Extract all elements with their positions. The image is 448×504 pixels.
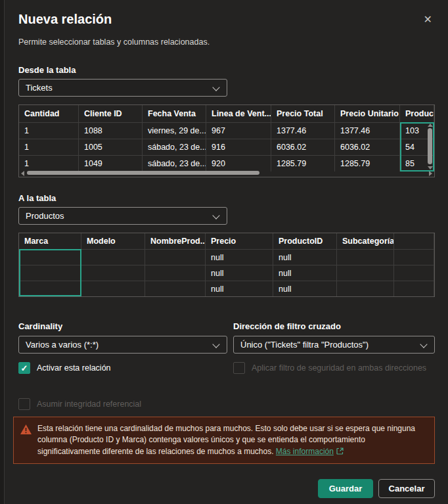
from-table-label: Desde la tabla: [18, 65, 76, 75]
close-icon[interactable]: ✕: [424, 14, 432, 25]
table-cell[interactable]: [337, 249, 394, 265]
table-cell[interactable]: [394, 265, 434, 281]
cardinality-dropdown-value: Varios a varios (*:*): [26, 340, 99, 350]
table-cell[interactable]: sábado, 23 de...: [143, 139, 206, 155]
table-cell[interactable]: 1377.46: [271, 122, 335, 139]
to-table-preview-grid[interactable]: MarcaModeloNombreProd...PrecioProductoID…: [18, 233, 435, 297]
cardinality-dropdown[interactable]: Varios a varios (*:*): [18, 336, 227, 354]
cancel-button[interactable]: Cancelar: [378, 479, 435, 498]
cross-filter-dropdown-value: Único ("Tickets" filtra "Productos"): [240, 340, 369, 350]
table-row: 11005sábado, 23 de...9166036.026036.0254: [19, 139, 434, 155]
table-cell[interactable]: null: [273, 249, 337, 265]
table-cell[interactable]: [394, 249, 434, 265]
scroll-left-icon[interactable]: [21, 171, 24, 176]
table-cell[interactable]: [145, 265, 206, 281]
column-header[interactable]: Precio: [206, 233, 273, 249]
chevron-down-icon: [212, 212, 219, 219]
scroll-right-icon[interactable]: [429, 171, 432, 176]
many-to-many-warning-banner: Esta relación tiene una cardinalidad de …: [13, 417, 435, 464]
activate-relationship-label: Activar esta relación: [37, 362, 111, 375]
dialog-title: Nueva relación: [18, 12, 112, 27]
to-table-label: A la tabla: [18, 193, 56, 203]
table-cell[interactable]: [81, 281, 145, 296]
column-header[interactable]: Modelo: [81, 233, 145, 249]
table-cell[interactable]: null: [206, 249, 273, 265]
save-button[interactable]: Guardar: [318, 479, 373, 498]
external-link-icon[interactable]: [336, 447, 344, 455]
column-header[interactable]: Fecha Venta: [143, 105, 206, 122]
cancel-button-label: Cancelar: [389, 484, 425, 493]
column-header[interactable]: [394, 233, 434, 249]
table-cell[interactable]: [337, 265, 394, 281]
checkbox-unchecked-icon: [18, 398, 30, 410]
table-cell[interactable]: null: [273, 265, 337, 281]
to-table-dropdown[interactable]: Productos: [18, 207, 227, 225]
column-header[interactable]: Cliente ID: [79, 105, 143, 122]
cross-filter-dropdown[interactable]: Único ("Tickets" filtra "Productos"): [233, 336, 435, 354]
table-row: nullnull: [19, 281, 434, 296]
column-header[interactable]: Marca: [19, 233, 81, 249]
vertical-scrollbar[interactable]: [426, 122, 434, 171]
table-row: 11088viernes, 29 de...9671377.461377.461…: [19, 122, 434, 139]
more-info-link[interactable]: Más información: [276, 447, 334, 456]
from-table-dropdown-value: Tickets: [26, 83, 53, 93]
table-cell[interactable]: [19, 281, 81, 296]
from-table-dropdown[interactable]: Tickets: [18, 79, 227, 97]
column-header[interactable]: Cantidad: [19, 105, 79, 122]
table-cell[interactable]: [19, 249, 81, 265]
chevron-down-icon: [212, 83, 219, 91]
cardinality-label: Cardinality: [18, 321, 62, 331]
column-header[interactable]: Linea de Vent...: [206, 105, 271, 122]
new-relationship-dialog: Nueva relación ✕ Permite seleccionar tab…: [0, 0, 448, 504]
horizontal-scroll-thumb[interactable]: [27, 171, 259, 175]
table-cell[interactable]: viernes, 29 de...: [143, 122, 206, 139]
security-filter-checkbox: Aplicar filtro de seguridad en ambas dir…: [233, 362, 427, 375]
table-cell[interactable]: [394, 281, 434, 296]
table-cell[interactable]: 1088: [79, 122, 143, 139]
checkbox-checked-icon[interactable]: [18, 362, 30, 374]
table-cell[interactable]: [81, 265, 145, 281]
vertical-scroll-thumb[interactable]: [428, 128, 432, 164]
to-table-dropdown-value: Productos: [26, 211, 64, 221]
column-header[interactable]: Precio Unitario: [335, 105, 400, 122]
table-cell[interactable]: [145, 281, 206, 296]
table-cell[interactable]: null: [206, 281, 273, 296]
security-filter-label: Aplicar filtro de seguridad en ambas dir…: [252, 362, 426, 375]
scroll-up-icon[interactable]: [428, 124, 433, 127]
table-cell[interactable]: 1: [19, 122, 79, 139]
table-cell[interactable]: 1: [19, 139, 79, 155]
table-cell[interactable]: [145, 249, 206, 265]
activate-relationship-checkbox[interactable]: Activar esta relación: [18, 362, 111, 375]
table-cell[interactable]: 6036.02: [271, 139, 335, 155]
from-table-preview-grid[interactable]: CantidadCliente IDFecha VentaLinea de Ve…: [18, 104, 435, 177]
warning-text: Esta relación tiene una cardinalidad de …: [37, 424, 415, 456]
table-cell[interactable]: 967: [206, 122, 271, 139]
referential-integrity-checkbox: Asumir integridad referencial: [18, 398, 141, 411]
cross-filter-label: Dirección de filtro cruzado: [233, 321, 341, 331]
table-cell[interactable]: null: [273, 281, 337, 296]
warning-triangle-icon: [20, 424, 32, 434]
table-cell[interactable]: 1005: [79, 139, 143, 155]
column-header[interactable]: NombreProd...: [145, 233, 206, 249]
table-cell[interactable]: null: [206, 265, 273, 281]
table-row: nullnull: [19, 265, 434, 281]
chevron-down-icon: [212, 340, 219, 348]
chevron-down-icon: [420, 340, 427, 348]
horizontal-scrollbar[interactable]: [19, 170, 434, 176]
referential-integrity-label: Asumir integridad referencial: [37, 398, 141, 411]
table-cell[interactable]: 6036.02: [335, 139, 400, 155]
table-row: nullnull: [19, 249, 434, 265]
column-header[interactable]: ProductoID: [273, 233, 337, 249]
dialog-subtitle: Permite seleccionar tablas y columnas re…: [18, 37, 210, 47]
background-edge: [0, 0, 5, 504]
table-cell[interactable]: [337, 281, 394, 296]
table-cell[interactable]: 916: [206, 139, 271, 155]
table-cell[interactable]: [81, 249, 145, 265]
column-header[interactable]: Subcategoría: [337, 233, 394, 249]
column-header[interactable]: Precio Total: [271, 105, 335, 122]
checkbox-unchecked-icon: [233, 362, 245, 374]
save-button-label: Guardar: [329, 484, 363, 493]
table-cell[interactable]: [19, 265, 81, 281]
table-cell[interactable]: 1377.46: [335, 122, 400, 139]
column-header[interactable]: Producto: [400, 105, 434, 122]
